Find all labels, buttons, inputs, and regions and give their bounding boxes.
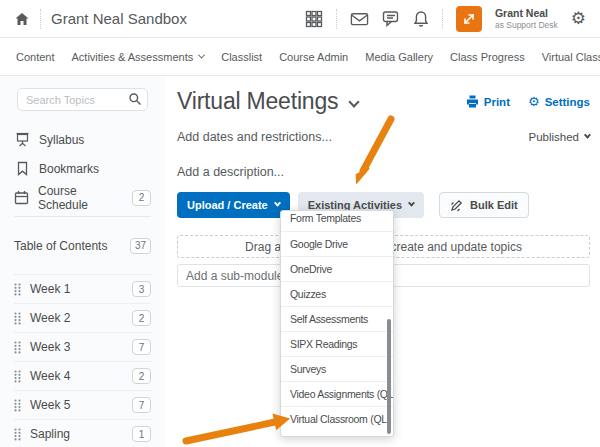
sidebar-item-label: Week 5	[30, 398, 70, 412]
sidebar-item-course-schedule[interactable]: Course Schedule 2	[14, 183, 151, 212]
sidebar-item-label: Table of Contents	[14, 239, 107, 253]
drag-handle-icon[interactable]	[14, 341, 21, 354]
sidebar-item-label: Week 1	[30, 282, 70, 296]
top-utility-bar: Grant Neal Sandbox	[0, 0, 600, 38]
bookmark-icon	[14, 161, 30, 176]
user-menu[interactable]: Grant Neal as Support Desk	[495, 7, 558, 31]
nav-item-media-gallery[interactable]: Media Gallery	[365, 51, 433, 63]
menu-item-onedrive[interactable]: OneDrive	[281, 256, 393, 281]
email-icon[interactable]	[350, 11, 369, 27]
count-badge: 7	[132, 397, 151, 413]
gear-icon: ⚙	[528, 95, 540, 108]
nav-item-classlist[interactable]: Classlist	[221, 51, 262, 63]
waffle-menu-icon[interactable]	[305, 10, 323, 28]
sidebar-item-label: Course Schedule	[38, 184, 123, 212]
count-badge: 2	[132, 190, 151, 206]
projector-screen-icon	[14, 132, 30, 147]
course-title[interactable]: Grant Neal Sandbox	[51, 10, 187, 27]
sidebar-item-week-4[interactable]: Week 4 2	[14, 361, 151, 390]
search-icon[interactable]	[128, 92, 142, 106]
role-switch-avatar[interactable]	[456, 6, 482, 32]
header-divider	[442, 9, 443, 29]
sidebar-item-week-2[interactable]: Week 2 2	[14, 303, 151, 332]
title-dropdown-chevron-icon[interactable]	[349, 96, 360, 107]
drag-handle-icon[interactable]	[14, 428, 21, 441]
nav-item-course-admin[interactable]: Course Admin	[279, 51, 348, 63]
count-badge: 1	[132, 426, 151, 442]
count-badge: 2	[132, 310, 151, 326]
chevron-down-icon	[584, 131, 591, 138]
menu-item-virtual-classroom-ql[interactable]: Virtual Classroom (QL)	[281, 406, 393, 431]
sidebar-item-week-3[interactable]: Week 3 7	[14, 332, 151, 361]
sidebar-divider	[14, 216, 151, 217]
add-description-link[interactable]: Add a description...	[177, 165, 284, 179]
sidebar-item-label: Week 2	[30, 311, 70, 325]
bulk-edit-button[interactable]: Bulk Edit	[439, 192, 529, 218]
count-badge: 2	[132, 368, 151, 384]
admin-gear-icon[interactable]: ⚙	[571, 10, 586, 27]
settings-button[interactable]: ⚙ Settings	[528, 95, 590, 108]
main-content: Virtual Meetings Print ⚙ Settings Add da…	[165, 76, 600, 447]
sidebar-item-bookmarks[interactable]: Bookmarks	[14, 154, 151, 183]
drag-handle-icon[interactable]	[14, 283, 21, 296]
sidebar-item-table-of-contents[interactable]: Table of Contents 37	[14, 231, 151, 260]
course-navbar: Content Activities & Assessments Classli…	[0, 38, 600, 76]
menu-item-form-templates[interactable]: Form Templates	[281, 210, 393, 231]
sidebar-item-label: Bookmarks	[39, 162, 99, 176]
chat-icon[interactable]	[382, 10, 400, 27]
sidebar-item-label: Syllabus	[39, 133, 84, 147]
nav-item-content[interactable]: Content	[16, 51, 55, 63]
pencil-edit-icon	[450, 199, 463, 212]
sidebar-item-syllabus[interactable]: Syllabus	[14, 125, 151, 154]
count-badge: 37	[130, 238, 151, 254]
calendar-icon	[14, 190, 29, 205]
count-badge: 7	[132, 339, 151, 355]
user-name: Grant Neal	[495, 7, 558, 20]
page-title: Virtual Meetings	[177, 88, 338, 115]
nav-item-class-progress[interactable]: Class Progress	[450, 51, 525, 63]
upload-create-button[interactable]: Upload / Create	[177, 192, 290, 218]
menu-item-surveys[interactable]: Surveys	[281, 356, 393, 381]
chevron-down-icon	[274, 199, 281, 206]
drag-handle-icon[interactable]	[14, 399, 21, 412]
publish-status-dropdown[interactable]: Published	[528, 131, 590, 143]
table-of-contents-section: Table of Contents 37	[14, 231, 151, 260]
sidebar-item-label: Week 4	[30, 369, 70, 383]
swap-arrows-icon	[462, 12, 476, 26]
drag-handle-icon[interactable]	[14, 370, 21, 383]
module-list: Week 1 3 Week 2 2 Week 3 7 Week 4 2 Week…	[14, 274, 151, 447]
count-badge: 3	[132, 281, 151, 297]
home-icon[interactable]	[14, 11, 30, 27]
menu-item-google-drive[interactable]: Google Drive	[281, 231, 393, 256]
chevron-down-icon	[198, 52, 205, 59]
sidebar-item-week-1[interactable]: Week 1 3	[14, 274, 151, 303]
existing-activities-menu: Form Templates Google Drive OneDrive Qui…	[280, 210, 394, 437]
menu-item-quizzes[interactable]: Quizzes	[281, 281, 393, 306]
menu-item-sipx-readings[interactable]: SIPX Readings	[281, 331, 393, 356]
menu-item-self-assessments[interactable]: Self Assessments	[281, 306, 393, 331]
menu-item-video-assignments-ql[interactable]: Video Assignments (QL)	[281, 381, 393, 406]
content-sidebar: Syllabus Bookmarks Course Schedule 2 Tab…	[0, 76, 165, 447]
printer-icon	[466, 95, 479, 108]
user-role: as Support Desk	[495, 20, 558, 31]
notifications-bell-icon[interactable]	[413, 10, 429, 28]
drag-handle-icon[interactable]	[14, 312, 21, 325]
chevron-down-icon	[408, 199, 415, 206]
nav-item-activities-assessments[interactable]: Activities & Assessments	[72, 51, 205, 63]
sidebar-item-sapling[interactable]: Sapling 1	[14, 419, 151, 447]
sidebar-item-week-5[interactable]: Week 5 7	[14, 390, 151, 419]
add-dates-restrictions-link[interactable]: Add dates and restrictions...	[177, 130, 332, 144]
print-button[interactable]: Print	[466, 95, 510, 108]
menu-scrollbar-thumb[interactable]	[387, 319, 391, 434]
status-badge: Published	[528, 131, 579, 143]
header-divider	[40, 9, 41, 29]
header-divider	[336, 9, 337, 29]
sidebar-item-label: Sapling	[30, 427, 70, 441]
sidebar-item-label: Week 3	[30, 340, 70, 354]
nav-item-virtual-classroom[interactable]: Virtual Classroom	[542, 51, 600, 63]
sidebar-links: Syllabus Bookmarks Course Schedule 2	[14, 125, 151, 212]
